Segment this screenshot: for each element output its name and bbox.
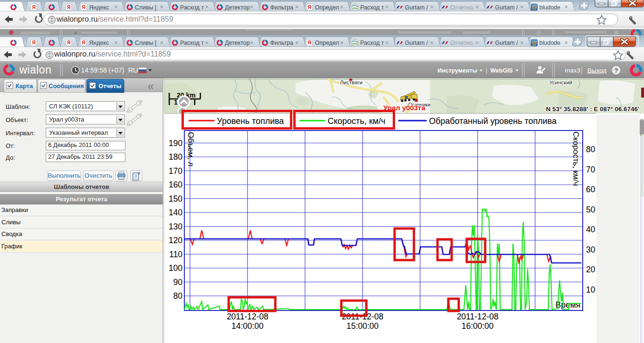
svg-text:Яндекс: Яндекс (89, 4, 109, 11)
svg-text:Определ: Определ (315, 4, 339, 11)
svg-text:Детектор: Детектор (225, 4, 250, 11)
svg-text:@: @ (532, 4, 537, 10)
svg-text:Усинский: Усинский (549, 80, 572, 85)
svg-text:Gurtam /: Gurtam / (495, 40, 518, 46)
svg-text:×: × (520, 39, 524, 46)
svg-text:×: × (430, 39, 434, 46)
svg-text:Обработанный уровень топлива: Обработанный уровень топлива (429, 116, 557, 126)
svg-text:160: 160 (169, 180, 182, 189)
svg-text:×: × (340, 3, 344, 10)
svg-text:20: 20 (586, 265, 595, 274)
svg-text:Я: Я (82, 40, 85, 45)
svg-text:Расход т: Расход т (180, 40, 204, 46)
svg-text:|: | (486, 66, 487, 74)
svg-text:Я: Я (82, 4, 85, 10)
svg-text:×: × (250, 39, 254, 46)
svg-text:×: × (564, 39, 568, 46)
svg-text:Я: Я (32, 4, 36, 10)
svg-text:1: 1 (174, 98, 178, 106)
svg-text:Отчетно: Отчетно (450, 4, 473, 11)
svg-text:60: 60 (586, 185, 595, 194)
svg-text:×: × (205, 3, 209, 10)
svg-text:Я: Я (307, 4, 311, 10)
svg-text:Карта: Карта (16, 82, 33, 90)
svg-text:bludode: bludode (539, 40, 561, 46)
svg-text:Сливы [: Сливы [ (135, 40, 157, 46)
svg-text:bludode: bludode (539, 4, 561, 11)
svg-text:180: 180 (169, 152, 182, 162)
svg-text:×: × (160, 3, 164, 10)
svg-text:Я: Я (307, 40, 311, 45)
svg-text:170: 170 (169, 166, 182, 176)
svg-text:Сообщения: Сообщения (49, 82, 84, 90)
svg-text:max3: max3 (565, 67, 580, 74)
svg-text:Gurtam /: Gurtam / (495, 4, 518, 11)
svg-text:70: 70 (586, 165, 595, 174)
svg-text:«: « (148, 80, 154, 92)
svg-text:30: 30 (586, 245, 595, 254)
svg-text:×: × (340, 39, 344, 46)
svg-text:Фильтра: Фильтра (270, 4, 293, 11)
svg-text:Время: Время (555, 300, 580, 310)
svg-text:Сливы [: Сливы [ (135, 4, 157, 11)
svg-text:WebGIS: WebGIS (490, 67, 513, 74)
svg-text:50: 50 (586, 205, 595, 214)
svg-text:@: @ (532, 40, 537, 46)
svg-text:Расход т: Расход т (360, 4, 384, 11)
svg-text:Расход т: Расход т (180, 4, 204, 11)
svg-text:15:00:00: 15:00:00 (347, 321, 379, 331)
svg-text:2011-12-08: 2011-12-08 (457, 312, 498, 321)
svg-text:14:59:58 (+07): 14:59:58 (+07) (81, 66, 124, 74)
svg-text:Инструменты: Инструменты (438, 67, 477, 74)
svg-text:Я: Я (67, 4, 71, 10)
svg-text:×: × (160, 39, 164, 46)
svg-text:120: 120 (169, 236, 182, 245)
svg-text:80: 80 (586, 145, 595, 154)
svg-text:100: 100 (169, 263, 182, 273)
svg-text:×: × (250, 3, 254, 10)
svg-text:14:00:00: 14:00:00 (231, 321, 264, 331)
svg-text:Листвяги: Листвяги (340, 80, 363, 85)
svg-text:×: × (564, 3, 568, 10)
svg-text:2011-12-08: 2011-12-08 (227, 312, 268, 321)
svg-text:80: 80 (173, 291, 183, 301)
svg-text:Отчеты: Отчеты (99, 82, 122, 90)
svg-text:40: 40 (586, 225, 595, 234)
svg-text:RU: RU (128, 66, 138, 74)
svg-text:Я: Я (67, 40, 71, 45)
svg-text:×: × (430, 3, 434, 10)
svg-text:140: 140 (169, 208, 182, 217)
svg-text:10: 10 (586, 285, 595, 294)
svg-text:110: 110 (169, 250, 182, 259)
svg-text:190: 190 (169, 139, 182, 148)
svg-text:×: × (114, 3, 118, 10)
svg-text:Детектор: Детектор (225, 40, 250, 46)
svg-text:Я: Я (32, 40, 36, 45)
svg-text:Отчетно: Отчетно (450, 40, 473, 46)
svg-text:Яндекс: Яндекс (89, 40, 109, 46)
svg-text:90: 90 (173, 278, 183, 287)
svg-text:16:00:00: 16:00:00 (462, 321, 494, 331)
svg-text:×: × (295, 3, 299, 10)
svg-text:Определ: Определ (315, 40, 339, 46)
svg-text:wialon: wialon (19, 64, 51, 76)
svg-text:×: × (114, 39, 118, 46)
svg-text:×: × (385, 39, 389, 46)
svg-text:|: | (581, 66, 583, 74)
svg-text:150: 150 (169, 194, 182, 204)
svg-text:N 53° 35.8288' : E 087° 06.674: N 53° 35.8288' : E 087° 06.6746' (546, 106, 639, 113)
svg-text:×: × (520, 3, 524, 10)
svg-text:Объем, л: Объем, л (186, 132, 195, 167)
svg-text:Gurtam /: Gurtam / (405, 40, 428, 46)
svg-text:×: × (205, 39, 209, 46)
svg-text:Выход: Выход (587, 67, 607, 74)
svg-text:130: 130 (169, 222, 182, 231)
svg-text:×: × (475, 3, 479, 10)
svg-text:Gurtam /: Gurtam / (405, 4, 428, 11)
svg-text:Фильтра: Фильтра (270, 40, 293, 46)
svg-text:?: ? (614, 67, 618, 74)
svg-text:×: × (475, 39, 479, 46)
svg-text:Скорость, км/ч: Скорость, км/ч (571, 131, 580, 186)
svg-text:×: × (385, 3, 389, 10)
svg-text:×: × (295, 39, 299, 46)
